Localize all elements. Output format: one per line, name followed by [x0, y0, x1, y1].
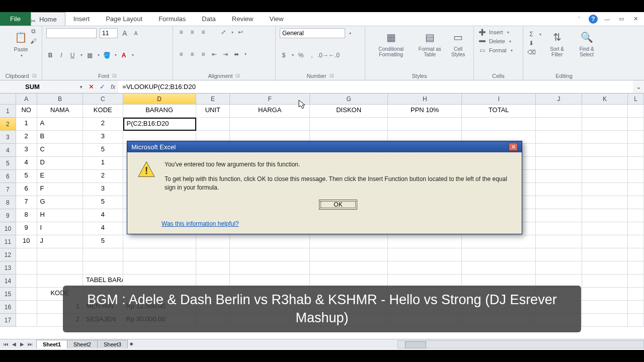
cell-L9[interactable]: [628, 209, 644, 222]
cell-J8[interactable]: [536, 196, 582, 209]
row-header-2[interactable]: 2: [0, 118, 16, 131]
cell-C2[interactable]: 2: [83, 118, 123, 131]
tab-formulas[interactable]: Formulas: [150, 12, 194, 26]
cell-D13[interactable]: [123, 261, 196, 275]
cell-K5[interactable]: [582, 157, 628, 170]
row-header-15[interactable]: 15: [0, 288, 16, 301]
cell-C9[interactable]: 4: [83, 209, 123, 222]
cell-L5[interactable]: [628, 157, 644, 170]
cell-J9[interactable]: [536, 209, 582, 222]
cell-A14[interactable]: [16, 275, 37, 288]
sheet-nav-first-icon[interactable]: ⏮: [2, 341, 10, 347]
cell-B10[interactable]: I: [37, 222, 83, 235]
cell-L11[interactable]: [628, 235, 644, 248]
cell-L3[interactable]: [628, 131, 644, 144]
cell-F11[interactable]: [230, 235, 310, 248]
tab-data[interactable]: Data: [194, 12, 223, 26]
cell-L7[interactable]: [628, 183, 644, 196]
cell-H11[interactable]: [388, 235, 462, 248]
cell-K4[interactable]: [582, 144, 628, 157]
cell-A12[interactable]: [16, 248, 37, 261]
cell-D2[interactable]: P(C2;B16:D20: [123, 118, 196, 131]
row-header-4[interactable]: 4: [0, 144, 16, 157]
cell-A16[interactable]: [16, 301, 37, 314]
cell-styles-button[interactable]: ▭Cell Styles: [447, 28, 469, 58]
cell-F2[interactable]: [230, 118, 310, 131]
cell-L1[interactable]: [628, 105, 644, 118]
cell-G1[interactable]: DISKON: [310, 105, 388, 118]
cell-B6[interactable]: E: [37, 170, 83, 183]
cell-I1[interactable]: TOTAL: [462, 105, 536, 118]
cell-K13[interactable]: [582, 261, 628, 275]
underline-icon[interactable]: U: [68, 51, 76, 59]
help-icon[interactable]: ?: [589, 15, 598, 24]
cell-C4[interactable]: 5: [83, 144, 123, 157]
cell-H1[interactable]: PPN 10%: [388, 105, 462, 118]
row-header-11[interactable]: 11: [0, 235, 16, 248]
column-header-C[interactable]: C: [83, 94, 123, 105]
cell-F12[interactable]: [230, 248, 310, 261]
sheet-nav-prev-icon[interactable]: ◀: [10, 341, 18, 347]
cell-A17[interactable]: [16, 314, 37, 327]
column-header-H[interactable]: H: [388, 94, 462, 105]
font-size-select[interactable]: [100, 28, 118, 38]
cell-A6[interactable]: 5: [16, 170, 37, 183]
comma-icon[interactable]: ,: [308, 51, 316, 59]
cell-I13[interactable]: [462, 261, 536, 275]
cell-A4[interactable]: 3: [16, 144, 37, 157]
cell-K15[interactable]: [582, 288, 628, 301]
column-header-E[interactable]: E: [196, 94, 230, 105]
align-bottom-icon[interactable]: ≡: [199, 28, 207, 36]
font-launcher-icon[interactable]: ◲: [112, 73, 117, 79]
minimize-window-icon[interactable]: —: [603, 15, 612, 24]
row-header-16[interactable]: 16: [0, 301, 16, 314]
row-header-5[interactable]: 5: [0, 157, 16, 170]
number-format-select[interactable]: [280, 28, 345, 38]
cell-H13[interactable]: [388, 261, 462, 275]
cell-A5[interactable]: 4: [16, 157, 37, 170]
cell-C13[interactable]: [83, 261, 123, 275]
cell-L14[interactable]: [628, 275, 644, 288]
cancel-formula-icon[interactable]: ✕: [86, 83, 97, 90]
cell-G12[interactable]: [310, 248, 388, 261]
cell-K10[interactable]: [582, 222, 628, 235]
cell-B5[interactable]: D: [37, 157, 83, 170]
cell-L16[interactable]: [628, 301, 644, 314]
minimize-ribbon-icon[interactable]: ˇ: [575, 15, 584, 24]
sheet-nav-last-icon[interactable]: ⏭: [26, 341, 34, 347]
decrease-decimal-icon[interactable]: ←.0: [330, 51, 338, 59]
cell-L4[interactable]: [628, 144, 644, 157]
cell-B8[interactable]: G: [37, 196, 83, 209]
column-header-I[interactable]: I: [462, 94, 536, 105]
close-window-icon[interactable]: ✕: [631, 15, 640, 24]
autosum-icon[interactable]: Σ: [527, 30, 535, 38]
cell-J5[interactable]: [536, 157, 582, 170]
cell-D12[interactable]: [123, 248, 196, 261]
dialog-ok-button[interactable]: OK: [319, 200, 357, 210]
cell-J4[interactable]: [536, 144, 582, 157]
cell-K11[interactable]: [582, 235, 628, 248]
cell-C1[interactable]: KODE: [83, 105, 123, 118]
cell-B7[interactable]: F: [37, 183, 83, 196]
alignment-launcher-icon[interactable]: ◲: [235, 73, 240, 79]
cell-E2[interactable]: [196, 118, 230, 131]
cell-B12[interactable]: [37, 248, 83, 261]
cell-C11[interactable]: 5: [83, 235, 123, 248]
cell-K6[interactable]: [582, 170, 628, 183]
cell-G2[interactable]: [310, 118, 388, 131]
row-header-7[interactable]: 7: [0, 183, 16, 196]
cells-delete-button[interactable]: ➖Delete▾: [478, 37, 519, 45]
cell-B11[interactable]: J: [37, 235, 83, 248]
cell-L8[interactable]: [628, 196, 644, 209]
cell-K12[interactable]: [582, 248, 628, 261]
row-header-8[interactable]: 8: [0, 196, 16, 209]
cell-G11[interactable]: [310, 235, 388, 248]
tab-insert[interactable]: Insert: [65, 12, 98, 26]
cell-G13[interactable]: [310, 261, 388, 275]
align-left-icon[interactable]: ≡: [177, 50, 185, 58]
cell-J12[interactable]: [536, 248, 582, 261]
cell-A2[interactable]: 1: [16, 118, 37, 131]
cell-K7[interactable]: [582, 183, 628, 196]
cell-C8[interactable]: 5: [83, 196, 123, 209]
cell-K16[interactable]: [582, 301, 628, 314]
